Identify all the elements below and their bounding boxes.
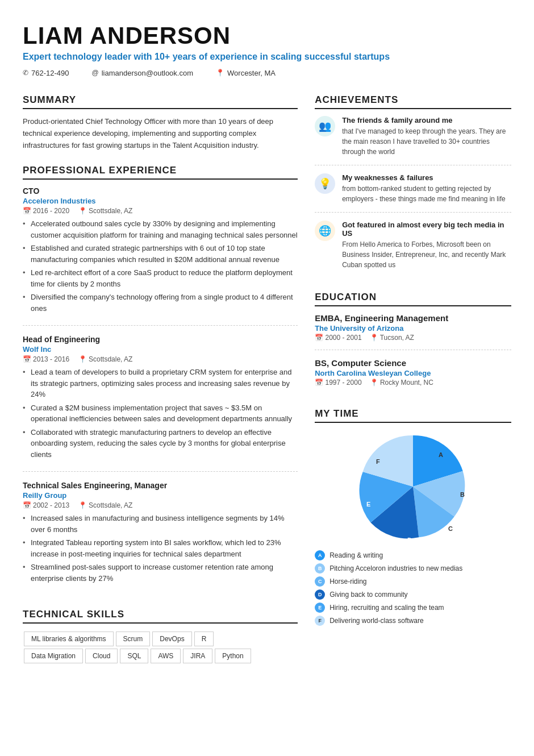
pin-icon-2: 📍 [78, 501, 87, 509]
calendar-icon-2: 📅 [23, 501, 31, 509]
job-title-1: Head of Engineering [23, 335, 298, 344]
skills-grid: ML libraries & algorithms Scrum DevOps R… [23, 630, 298, 664]
legend-f: F Delivering world-class software [315, 616, 511, 626]
edu-school-1: North Carolina Wesleyan College [315, 369, 511, 377]
achievement-desc-1: from bottom-ranked student to getting re… [342, 184, 511, 204]
pie-label-f: F [376, 458, 380, 465]
legend-label-f: Delivering world-class software [329, 617, 423, 625]
summary-text: Product-orientated Chief Technology Offi… [23, 116, 298, 151]
achievement-icon-1: 💡 [315, 173, 335, 194]
education-section: EDUCATION EMBA, Engineering Management T… [315, 292, 511, 394]
pin-icon-0: 📍 [78, 207, 87, 215]
job-dates-1: 📅 2013 - 2016 [23, 355, 69, 363]
job-company-0: Acceleron Industries [23, 197, 298, 205]
job-location-0: 📍 Scottsdale, AZ [78, 207, 132, 215]
bullet-0-3: Diversified the company's technology off… [23, 292, 298, 314]
location-contact: 📍 Worcester, MA [216, 69, 276, 77]
legend-label-e: Hiring, recruiting and scaling the team [329, 604, 444, 612]
edu-dates-0: 📅 2000 - 2001 [315, 334, 361, 342]
skill-scrum: Scrum [116, 632, 151, 646]
achievement-desc-0: that I've managed to keep through the ye… [342, 126, 511, 157]
skill-devops: DevOps [152, 632, 191, 646]
edu-degree-0: EMBA, Engineering Management [315, 313, 511, 323]
skill-jira: JIRA [183, 649, 212, 663]
edu-0: EMBA, Engineering Management The Univers… [315, 313, 511, 350]
job-sales-manager: Technical Sales Engineering, Manager Rei… [23, 481, 298, 595]
email-contact: @ liamanderson@outlook.com [92, 69, 194, 77]
achievement-title-2: Got featured in almost every big tech me… [342, 221, 511, 238]
pie-legend: A Reading & writing B Pitching Acceloron… [315, 550, 511, 629]
achievement-desc-2: From Hello America to Forbes, Microsoft … [342, 239, 511, 270]
achievement-0: 👥 The friends & family around me that I'… [315, 116, 511, 165]
summary-title: SUMMARY [23, 94, 298, 109]
edu-dates-1: 📅 1997 - 2000 [315, 379, 361, 387]
skill-r: R [194, 632, 214, 646]
skills-title: TECHNICAL SKILLS [23, 609, 298, 624]
achievement-content-1: My weaknesses & failures from bottom-ran… [342, 173, 511, 204]
pie-label-b: B [460, 491, 465, 498]
phone-contact: ✆ 762-12-490 [23, 69, 69, 77]
experience-title: PROFESSIONAL EXPERIENCE [23, 165, 298, 180]
bullet-1-2: Collaborated with strategic manufacturin… [23, 427, 298, 460]
calendar-icon-1: 📅 [23, 355, 31, 363]
right-column: ACHIEVEMENTS 👥 The friends & family arou… [315, 94, 511, 678]
mytime-title: MY TIME [315, 408, 511, 423]
achievement-content-0: The friends & family around me that I've… [342, 116, 511, 157]
experience-section: PROFESSIONAL EXPERIENCE CTO Acceleron In… [23, 165, 298, 595]
legend-dot-a: A [315, 550, 325, 560]
legend-dot-b: B [315, 563, 325, 574]
header: LIAM ANDERSON Expert technology leader w… [23, 23, 511, 77]
legend-dot-e: E [315, 603, 325, 613]
edu-pin-icon-1: 📍 [370, 379, 378, 387]
job-meta-2: 📅 2002 - 2013 📍 Scottsdale, AZ [23, 501, 298, 509]
location-text: Worcester, MA [227, 69, 276, 77]
email-icon: @ [92, 69, 99, 77]
legend-dot-f: F [315, 616, 325, 626]
skills-row-1: Data Migration Cloud SQL AWS JIRA Python [23, 647, 252, 664]
legend-label-c: Horse-riding [329, 578, 366, 585]
pie-label-d: D [407, 537, 412, 543]
skill-cloud: Cloud [85, 649, 118, 663]
pie-label-e: E [366, 501, 370, 508]
achievement-icon-0: 👥 [315, 116, 335, 136]
edu-cal-icon-0: 📅 [315, 334, 323, 342]
job-meta-1: 📅 2013 - 2016 📍 Scottsdale, AZ [23, 355, 298, 363]
skill-sql: SQL [120, 649, 148, 663]
bullet-2-2: Streamlined post-sales support to increa… [23, 562, 298, 584]
job-title-0: CTO [23, 186, 298, 196]
edu-school-0: The University of Arizona [315, 324, 511, 333]
pie-label-a: A [439, 451, 443, 458]
legend-b: B Pitching Acceloron industries to new m… [315, 563, 511, 574]
edu-degree-1: BS, Computer Science [315, 358, 511, 368]
bullet-2-1: Integrated Tableau reporting system into… [23, 537, 298, 559]
bullet-0-1: Established and curated strategic partne… [23, 243, 298, 265]
skill-python: Python [215, 649, 251, 663]
skill-aws: AWS [151, 649, 181, 663]
job-title-2: Technical Sales Engineering, Manager [23, 481, 298, 490]
skill-datamigration: Data Migration [24, 649, 83, 663]
mytime-section: MY TIME [315, 408, 511, 629]
achievement-title-1: My weaknesses & failures [342, 173, 511, 182]
skill-ml: ML libraries & algorithms [24, 632, 114, 646]
legend-label-d: Giving back to community [329, 591, 407, 599]
achievement-title-0: The friends & family around me [342, 116, 511, 124]
pie-chart-container: A B C D E F A Reading & writing B [315, 430, 511, 629]
candidate-name: LIAM ANDERSON [23, 23, 511, 49]
achievement-2: 🌐 Got featured in almost every big tech … [315, 221, 511, 278]
bullet-1-1: Curated a $2M business implementation pr… [23, 402, 298, 425]
edu-meta-0: 📅 2000 - 2001 📍 Tucson, AZ [315, 334, 511, 342]
edu-location-0: 📍 Tucson, AZ [370, 334, 414, 342]
left-column: SUMMARY Product-orientated Chief Technol… [23, 94, 298, 678]
pin-icon-1: 📍 [78, 355, 87, 363]
job-head-engineering: Head of Engineering Wolf Inc 📅 2013 - 20… [23, 335, 298, 472]
location-icon: 📍 [216, 69, 224, 77]
summary-section: SUMMARY Product-orientated Chief Technol… [23, 94, 298, 151]
job-company-1: Wolf Inc [23, 345, 298, 354]
pie-label-c: C [448, 525, 453, 532]
pie-chart: A B C D E F [356, 430, 470, 543]
edu-cal-icon-1: 📅 [315, 379, 323, 387]
job-location-1: 📍 Scottsdale, AZ [78, 355, 132, 363]
legend-dot-c: C [315, 576, 325, 587]
job-location-2: 📍 Scottsdale, AZ [78, 501, 132, 509]
job-bullets-0: Accelerated outbound sales cycle by 330%… [23, 218, 298, 314]
